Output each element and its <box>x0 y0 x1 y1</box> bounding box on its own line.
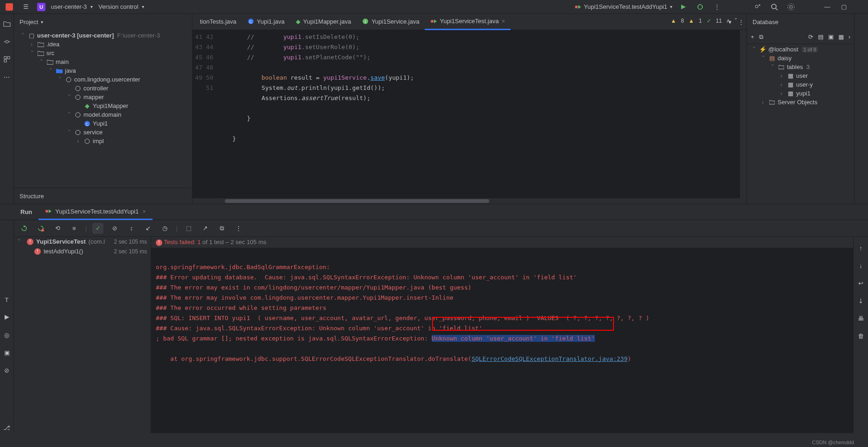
rerun-icon[interactable] <box>19 223 30 234</box>
tree-root[interactable]: user-center-3 <box>37 32 75 39</box>
line-gutter[interactable]: 41 42 43 44 45 46 47 48 49 50 51 <box>192 30 218 198</box>
app-icon <box>4 1 15 13</box>
svg-marker-34 <box>49 209 51 213</box>
refresh-icon[interactable]: ⟳ <box>808 33 813 40</box>
settings-icon[interactable] <box>785 1 797 13</box>
tab-servicetest[interactable]: Yupi1ServiceTest.java × <box>425 14 511 30</box>
more-tool-icon[interactable]: ⋯ <box>1 71 13 82</box>
run-config-selector[interactable]: Yupi1ServiceTest.testAddYupi1 ▾ <box>574 3 672 10</box>
tree-item-package[interactable]: com.lingdong.usercenter <box>74 76 140 83</box>
svg-text:C: C <box>86 122 89 126</box>
more-actions-icon[interactable]: ⋮ <box>711 1 722 13</box>
tool1-icon[interactable]: T <box>1 294 13 305</box>
minimize-icon[interactable]: — <box>822 1 833 13</box>
sort-icon[interactable]: ↕ <box>126 223 137 234</box>
scroll-up-icon[interactable]: ↑ <box>855 242 867 253</box>
run-button[interactable] <box>678 1 689 13</box>
db-tables[interactable]: tables <box>787 63 803 70</box>
tree-item-mapper-file[interactable]: Yupi1Mapper <box>93 102 128 109</box>
server-objects-icon <box>768 100 776 105</box>
history-icon[interactable]: ⧉ <box>217 223 228 234</box>
editor-hscroll[interactable] <box>192 198 747 204</box>
import-icon[interactable]: ⬚ <box>183 223 194 234</box>
commit-tool-icon[interactable] <box>1 36 13 47</box>
view-icon[interactable]: ▦ <box>838 33 844 40</box>
debug-button[interactable] <box>695 1 706 13</box>
add-datasource-icon[interactable]: + <box>751 33 754 40</box>
test-tree[interactable]: ˅ ! Yupi1ServiceTest(com.l 2 sec 105 ms … <box>14 237 151 433</box>
db-server-objects[interactable]: Server Objects <box>778 99 817 106</box>
close-run-tab-icon[interactable]: × <box>142 208 146 215</box>
interface-icon: I <box>362 18 369 25</box>
stop-test-icon[interactable]: ■ <box>69 223 80 234</box>
toggle-auto-test-icon[interactable]: ⟲ <box>52 223 63 234</box>
scroll-end-icon[interactable]: ⤓ <box>855 295 867 306</box>
scroll-down-icon[interactable]: ↓ <box>855 260 867 271</box>
structure-tool-icon[interactable] <box>1 54 13 65</box>
code-with-me-icon[interactable] <box>752 1 763 13</box>
db-schema[interactable]: daisy <box>778 55 791 62</box>
tree-item-idea[interactable]: .idea <box>46 41 59 48</box>
tab-mapper[interactable]: ◆Yupi1Mapper.java <box>290 14 357 30</box>
expand-all-icon[interactable]: ↙ <box>142 223 153 234</box>
show-ignored-icon[interactable]: ⊘ <box>109 223 120 234</box>
inspections-widget[interactable]: ▲8 ▲1 ✓11 ʌ ˅ <box>670 18 737 24</box>
tree-item-impl[interactable]: impl <box>93 138 104 145</box>
tree-item-main[interactable]: main <box>56 58 69 65</box>
expand-icon[interactable]: › <box>849 33 850 40</box>
stop-icon[interactable]: ▣ <box>828 33 834 40</box>
maximize-icon[interactable]: ▢ <box>838 1 849 13</box>
more-run-icon[interactable]: ⋮ <box>233 223 244 234</box>
tab-tests[interactable]: tionTests.java <box>194 14 242 30</box>
highlighted-error[interactable]: Unknown column 'user_account' in 'field … <box>432 335 595 342</box>
project-tool-icon[interactable] <box>1 19 13 30</box>
close-tab-icon[interactable]: × <box>502 18 505 25</box>
show-passed-icon[interactable]: ✓ <box>92 223 103 234</box>
tree-item-model[interactable]: model.domain <box>83 111 121 118</box>
vcs-tool-icon[interactable]: ⎇ <box>1 422 13 433</box>
tree-item-service[interactable]: service <box>83 129 102 136</box>
print-icon[interactable]: 🖶 <box>855 313 867 324</box>
tree-item-java[interactable]: java <box>65 67 76 74</box>
vcs-menu[interactable]: Version control <box>98 3 144 10</box>
tree-item-src[interactable]: src <box>46 50 54 57</box>
db-host[interactable]: @localhost <box>768 46 798 53</box>
run-tool-icon[interactable] <box>1 312 13 323</box>
database-tree[interactable]: ˅⚡@localhost 1 of 8 ˅▤daisy ˅tables 3 ›▦… <box>747 44 854 107</box>
db-table-usery[interactable]: user-y <box>796 81 813 88</box>
db-table-yupi1[interactable]: yupi1 <box>796 90 811 97</box>
project-panel-header[interactable]: Project ▾ <box>14 14 192 30</box>
duplicate-icon[interactable]: ⧉ <box>759 33 763 41</box>
tab-service[interactable]: IYupi1Service.java <box>357 14 425 30</box>
debug-tool-icon[interactable]: ◎ <box>1 329 13 340</box>
clear-icon[interactable]: 🗑 <box>855 330 867 341</box>
search-icon[interactable] <box>769 1 780 13</box>
console-output[interactable]: org.springframework.jdbc.BadSqlGrammarEx… <box>151 248 853 434</box>
collapse-icon[interactable]: ◷ <box>159 223 170 234</box>
problems-tool-icon[interactable]: ⊘ <box>1 365 13 376</box>
tree-item-mapper[interactable]: mapper <box>83 94 104 101</box>
tree-item-controller[interactable]: controller <box>83 85 108 92</box>
test-root[interactable]: ˅ ! Yupi1ServiceTest(com.l 2 sec 105 ms <box>14 237 151 246</box>
terminal-tool-icon[interactable]: ▣ <box>1 347 13 358</box>
rerun-failed-icon[interactable] <box>35 223 46 234</box>
code-editor[interactable]: // yupi1.setIsDelete(0); // yupi1.setUse… <box>218 30 740 198</box>
tree-item-yupi1[interactable]: Yupi1 <box>93 120 108 127</box>
db-table-user[interactable]: user <box>796 72 808 79</box>
soft-wrap-icon[interactable]: ↩ <box>855 277 867 289</box>
tab-yupi1[interactable]: CYupi1.java <box>242 14 290 30</box>
export-icon[interactable]: ↗ <box>200 223 211 234</box>
test-child[interactable]: ! testAddYupi1() 2 sec 105 ms <box>14 246 151 256</box>
next-highlight-icon[interactable]: ˅ <box>734 18 737 24</box>
project-selector[interactable]: user-center-3 <box>51 3 93 10</box>
run-config-tab[interactable]: Yupi1ServiceTest.testAddYupi1 × <box>38 204 153 220</box>
svg-point-11 <box>790 6 792 8</box>
error-stripe[interactable] <box>740 30 747 198</box>
jump-to-console-icon[interactable]: ▤ <box>818 33 823 40</box>
stack-link[interactable]: SQLErrorCodeSQLExceptionTranslator.java:… <box>472 355 628 362</box>
run-tab[interactable]: Run <box>14 204 38 220</box>
project-tree[interactable]: ˅▢user-center-3 [user-center] F:\user-ce… <box>14 30 192 188</box>
structure-panel-header[interactable]: Structure <box>14 188 192 204</box>
prev-highlight-icon[interactable]: ʌ <box>727 18 730 24</box>
main-menu-icon[interactable]: ☰ <box>20 1 32 13</box>
